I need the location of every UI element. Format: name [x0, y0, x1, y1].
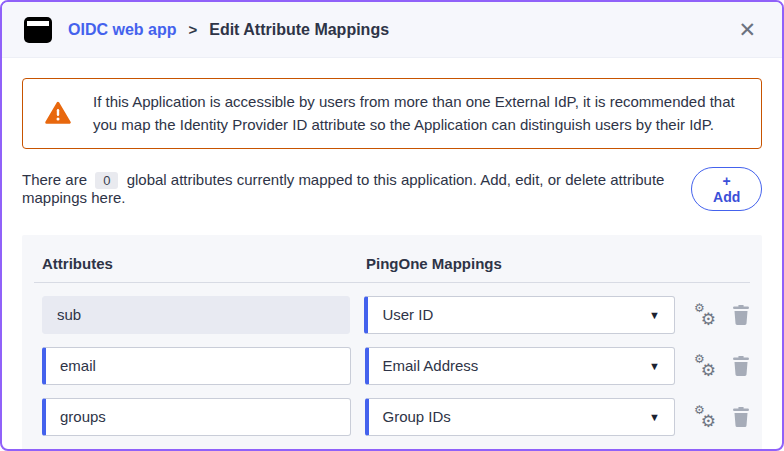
chevron-down-icon: ▼	[649, 411, 660, 423]
mapping-dropdown[interactable]: User ID ▼	[364, 296, 674, 334]
gears-icon: ⚙	[701, 362, 716, 379]
mapping-dropdown-value: Email Address	[383, 357, 479, 374]
warning-message: If this Application is accessible by use…	[93, 90, 743, 137]
breadcrumb-separator: >	[188, 21, 197, 38]
attribute-input[interactable]	[42, 347, 351, 385]
delete-mapping-button[interactable]	[731, 405, 752, 429]
trash-icon	[732, 305, 750, 325]
mapping-dropdown-value: User ID	[382, 306, 433, 323]
gears-icon: ⚙	[701, 311, 716, 328]
chevron-down-icon: ▼	[649, 309, 660, 321]
application-window-icon	[24, 17, 52, 43]
summary-suffix: global attributes currently mapped to th…	[22, 171, 664, 206]
advanced-settings-button[interactable]: ⚙ ⚙	[692, 404, 717, 430]
mappings-table: Attributes PingOne Mappings User ID ▼ ⚙ …	[22, 235, 762, 451]
idp-warning-banner: If this Application is accessible by use…	[22, 78, 762, 149]
mapping-dropdown[interactable]: Email Address ▼	[365, 347, 675, 385]
summary-text: There are 0 global attributes currently …	[22, 171, 691, 206]
table-column-headers: Attributes PingOne Mappings	[32, 247, 752, 282]
summary-prefix: There are	[22, 171, 87, 188]
chevron-down-icon: ▼	[649, 360, 660, 372]
warning-triangle-icon	[45, 101, 71, 125]
column-header-attributes: Attributes	[32, 255, 366, 272]
table-row: Group IDs ▼ ⚙ ⚙	[32, 398, 752, 436]
table-row: Email Address ▼ ⚙ ⚙	[32, 347, 752, 385]
gears-icon: ⚙	[701, 413, 716, 430]
trash-icon	[732, 407, 750, 427]
advanced-settings-button[interactable]: ⚙ ⚙	[692, 353, 717, 379]
mapping-dropdown-value: Group IDs	[383, 408, 451, 425]
dialog-content: If this Application is accessible by use…	[2, 58, 782, 451]
close-button[interactable]: ✕	[734, 17, 760, 42]
summary-row: There are 0 global attributes currently …	[22, 167, 762, 211]
delete-mapping-button[interactable]	[731, 354, 752, 378]
table-row: User ID ▼ ⚙ ⚙	[32, 296, 752, 334]
column-header-pingone-mappings: PingOne Mappings	[366, 255, 502, 272]
page-title: Edit Attribute Mappings	[209, 21, 389, 39]
mapped-count-badge: 0	[95, 172, 118, 189]
mapping-dropdown[interactable]: Group IDs ▼	[365, 398, 675, 436]
delete-mapping-button[interactable]	[731, 303, 752, 327]
attribute-input[interactable]	[42, 398, 351, 436]
advanced-settings-button[interactable]: ⚙ ⚙	[692, 302, 717, 328]
attribute-input[interactable]	[42, 296, 350, 334]
trash-icon	[732, 356, 750, 376]
header-divider	[34, 282, 750, 283]
dialog-header: OIDC web app > Edit Attribute Mappings ✕	[2, 2, 782, 58]
breadcrumb-app-link[interactable]: OIDC web app	[68, 21, 176, 39]
edit-attribute-mappings-dialog: OIDC web app > Edit Attribute Mappings ✕…	[0, 0, 784, 451]
add-mapping-button[interactable]: + Add	[691, 167, 762, 211]
